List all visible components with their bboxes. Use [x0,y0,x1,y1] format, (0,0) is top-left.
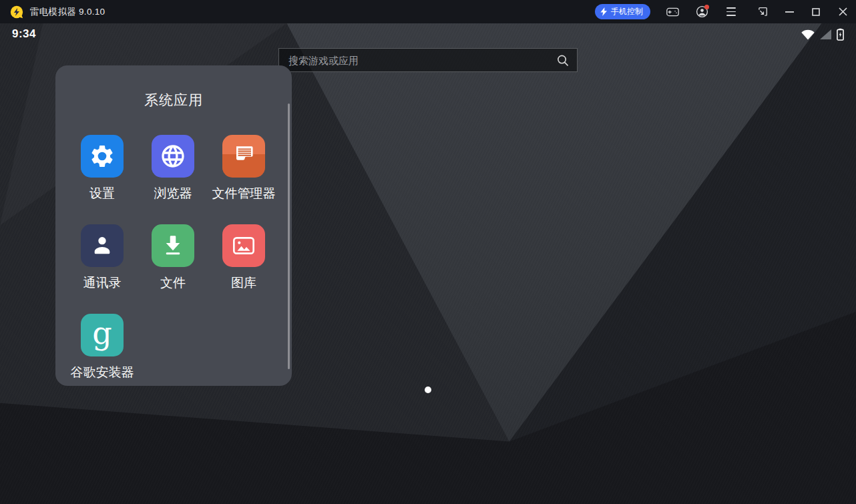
app-grid: 设置浏览器文件管理器通讯录文件图库g谷歌安装器 [55,135,292,381]
app-gallery[interactable]: 图库 [208,224,279,292]
app-contacts[interactable]: 通讯录 [67,224,138,292]
maximize-button[interactable] [803,0,829,23]
title-bar: 雷电模拟器 9.0.10 手机控制 [0,0,856,23]
gamepad-icon[interactable] [661,0,684,23]
app-files[interactable]: 文件 [138,224,208,292]
download-icon [152,224,194,267]
folder-scrollbar[interactable] [288,103,290,369]
globe-icon [152,135,194,178]
app-google-installer[interactable]: g谷歌安装器 [67,314,138,381]
letter-g-icon: g [81,314,124,356]
app-label: 浏览器 [154,185,192,202]
person-icon [81,224,124,267]
search-input[interactable] [279,55,556,66]
app-settings[interactable]: 设置 [67,135,138,202]
search-bar [278,48,578,72]
android-screen: 9:34 [0,23,856,504]
close-button[interactable] [829,0,856,23]
page-indicator-dot [425,387,431,393]
lightning-icon [600,7,608,16]
search-icon[interactable] [556,54,569,67]
gear-icon [81,135,124,178]
mini-window-icon[interactable] [749,0,776,23]
app-label: 文件 [160,274,186,292]
folder-icon [222,135,265,178]
account-icon[interactable] [690,0,713,23]
minimize-button[interactable] [776,0,803,23]
app-label: 设置 [89,185,115,202]
clock: 9:34 [12,27,36,41]
app-browser[interactable]: 浏览器 [138,135,208,202]
emulator-window: 雷电模拟器 9.0.10 手机控制 [0,0,856,504]
app-label: 通讯录 [83,274,122,292]
folder-title: 系统应用 [55,65,292,109]
app-file-manager[interactable]: 文件管理器 [208,135,279,202]
phone-control-label: 手机控制 [611,6,643,17]
app-label: 图库 [231,274,256,292]
battery-charging-icon [837,28,844,43]
cellular-signal-icon [819,29,832,43]
window-title: 雷电模拟器 9.0.10 [30,6,105,18]
app-label: 文件管理器 [212,185,276,202]
phone-control-button[interactable]: 手机控制 [595,4,650,19]
app-label: 谷歌安装器 [71,364,134,381]
ldplayer-logo-icon [9,5,24,19]
wifi-icon [801,29,815,43]
notification-dot [704,5,709,9]
system-apps-folder: 系统应用 设置浏览器文件管理器通讯录文件图库g谷歌安装器 [55,65,292,386]
image-icon [222,224,265,267]
menu-icon[interactable] [720,0,742,23]
